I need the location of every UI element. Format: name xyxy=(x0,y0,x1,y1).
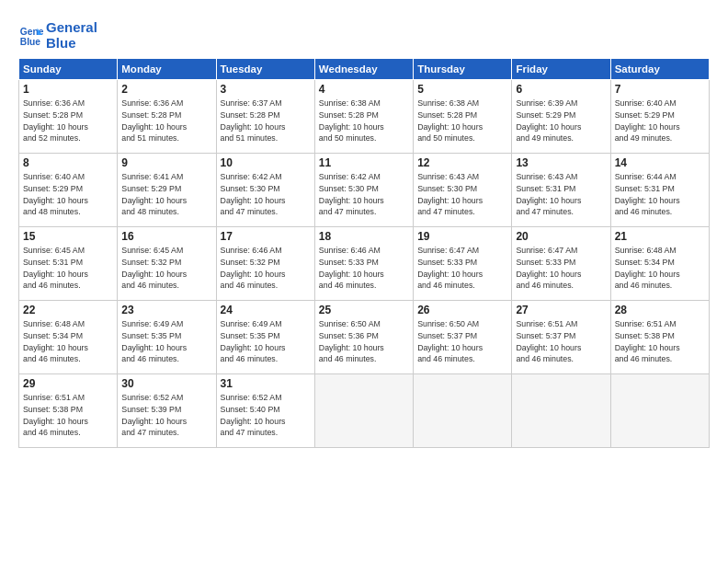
day-number: 7 xyxy=(615,83,705,96)
day-info: Sunrise: 6:43 AMSunset: 5:31 PMDaylight:… xyxy=(516,171,606,218)
calendar-cell: 9Sunrise: 6:41 AMSunset: 5:29 PMDaylight… xyxy=(118,154,216,227)
day-info: Sunrise: 6:42 AMSunset: 5:30 PMDaylight:… xyxy=(319,171,409,218)
calendar-cell: 10Sunrise: 6:42 AMSunset: 5:30 PMDayligh… xyxy=(216,154,314,227)
day-info: Sunrise: 6:40 AMSunset: 5:29 PMDaylight:… xyxy=(615,98,705,144)
calendar-cell: 17Sunrise: 6:46 AMSunset: 5:32 PMDayligh… xyxy=(216,227,314,301)
day-number: 3 xyxy=(221,83,311,96)
calendar-cell: 16Sunrise: 6:45 AMSunset: 5:32 PMDayligh… xyxy=(118,227,216,301)
calendar-cell: 4Sunrise: 6:38 AMSunset: 5:28 PMDaylight… xyxy=(314,80,413,154)
logo-text: General Blue xyxy=(46,20,97,51)
day-info: Sunrise: 6:51 AMSunset: 5:38 PMDaylight:… xyxy=(615,318,705,365)
day-info: Sunrise: 6:41 AMSunset: 5:29 PMDaylight:… xyxy=(121,171,211,218)
calendar-cell: 13Sunrise: 6:43 AMSunset: 5:31 PMDayligh… xyxy=(512,154,610,227)
svg-text:General: General xyxy=(20,27,44,37)
day-info: Sunrise: 6:51 AMSunset: 5:37 PMDaylight:… xyxy=(516,318,606,365)
calendar-cell: 21Sunrise: 6:48 AMSunset: 5:34 PMDayligh… xyxy=(610,227,709,301)
calendar-cell: 11Sunrise: 6:42 AMSunset: 5:30 PMDayligh… xyxy=(314,154,413,227)
calendar-cell xyxy=(414,374,512,448)
day-info: Sunrise: 6:38 AMSunset: 5:28 PMDaylight:… xyxy=(319,98,409,144)
day-info: Sunrise: 6:38 AMSunset: 5:28 PMDaylight:… xyxy=(417,98,507,144)
calendar-cell xyxy=(314,374,413,448)
day-number: 4 xyxy=(319,83,409,96)
calendar-cell: 28Sunrise: 6:51 AMSunset: 5:38 PMDayligh… xyxy=(610,301,709,374)
day-number: 17 xyxy=(221,230,311,243)
day-info: Sunrise: 6:39 AMSunset: 5:29 PMDaylight:… xyxy=(516,98,606,144)
weekday-header-row: Sunday Monday Tuesday Wednesday Thursday… xyxy=(19,59,710,80)
day-info: Sunrise: 6:40 AMSunset: 5:29 PMDaylight:… xyxy=(23,171,113,218)
day-number: 31 xyxy=(221,377,311,390)
calendar-cell: 29Sunrise: 6:51 AMSunset: 5:38 PMDayligh… xyxy=(19,374,118,448)
day-info: Sunrise: 6:43 AMSunset: 5:30 PMDaylight:… xyxy=(417,171,507,218)
calendar-week-row: 1Sunrise: 6:36 AMSunset: 5:28 PMDaylight… xyxy=(19,80,710,154)
calendar-cell: 12Sunrise: 6:43 AMSunset: 5:30 PMDayligh… xyxy=(414,154,512,227)
logo-icon: General Blue xyxy=(18,23,44,49)
day-number: 2 xyxy=(121,83,211,96)
day-number: 26 xyxy=(417,304,507,316)
header-tuesday: Tuesday xyxy=(216,59,314,80)
calendar-cell: 7Sunrise: 6:40 AMSunset: 5:29 PMDaylight… xyxy=(610,80,709,154)
day-info: Sunrise: 6:42 AMSunset: 5:30 PMDaylight:… xyxy=(221,171,311,218)
day-info: Sunrise: 6:36 AMSunset: 5:28 PMDaylight:… xyxy=(23,98,113,144)
day-info: Sunrise: 6:48 AMSunset: 5:34 PMDaylight:… xyxy=(23,318,113,365)
day-info: Sunrise: 6:48 AMSunset: 5:34 PMDaylight:… xyxy=(615,245,705,292)
day-number: 9 xyxy=(121,156,211,169)
day-info: Sunrise: 6:36 AMSunset: 5:28 PMDaylight:… xyxy=(121,98,211,144)
calendar-cell xyxy=(610,374,709,448)
calendar-table: Sunday Monday Tuesday Wednesday Thursday… xyxy=(18,58,710,448)
header-wednesday: Wednesday xyxy=(314,59,413,80)
day-number: 18 xyxy=(319,230,409,243)
header-friday: Friday xyxy=(512,59,610,80)
header-sunday: Sunday xyxy=(19,59,118,80)
day-number: 22 xyxy=(23,304,113,316)
svg-text:Blue: Blue xyxy=(20,37,41,47)
day-info: Sunrise: 6:51 AMSunset: 5:38 PMDaylight:… xyxy=(23,392,113,439)
calendar-cell: 20Sunrise: 6:47 AMSunset: 5:33 PMDayligh… xyxy=(512,227,610,301)
day-number: 28 xyxy=(615,304,705,316)
header-monday: Monday xyxy=(118,59,216,80)
calendar-cell: 15Sunrise: 6:45 AMSunset: 5:31 PMDayligh… xyxy=(19,227,118,301)
day-number: 20 xyxy=(516,230,606,243)
day-number: 12 xyxy=(417,156,507,169)
day-info: Sunrise: 6:46 AMSunset: 5:32 PMDaylight:… xyxy=(221,245,311,292)
day-info: Sunrise: 6:49 AMSunset: 5:35 PMDaylight:… xyxy=(121,318,211,365)
day-number: 1 xyxy=(23,83,113,96)
calendar-cell: 31Sunrise: 6:52 AMSunset: 5:40 PMDayligh… xyxy=(216,374,314,448)
day-info: Sunrise: 6:50 AMSunset: 5:36 PMDaylight:… xyxy=(319,318,409,365)
calendar-cell: 27Sunrise: 6:51 AMSunset: 5:37 PMDayligh… xyxy=(512,301,610,374)
calendar-cell: 26Sunrise: 6:50 AMSunset: 5:37 PMDayligh… xyxy=(414,301,512,374)
header-saturday: Saturday xyxy=(610,59,709,80)
calendar-cell: 8Sunrise: 6:40 AMSunset: 5:29 PMDaylight… xyxy=(19,154,118,227)
day-number: 19 xyxy=(417,230,507,243)
day-info: Sunrise: 6:50 AMSunset: 5:37 PMDaylight:… xyxy=(417,318,507,365)
day-info: Sunrise: 6:37 AMSunset: 5:28 PMDaylight:… xyxy=(221,98,311,144)
calendar-week-row: 8Sunrise: 6:40 AMSunset: 5:29 PMDaylight… xyxy=(19,154,710,227)
calendar-cell: 5Sunrise: 6:38 AMSunset: 5:28 PMDaylight… xyxy=(414,80,512,154)
header: General Blue General Blue xyxy=(18,17,710,51)
day-number: 30 xyxy=(121,377,211,390)
day-number: 27 xyxy=(516,304,606,316)
day-info: Sunrise: 6:49 AMSunset: 5:35 PMDaylight:… xyxy=(221,318,311,365)
calendar-cell: 3Sunrise: 6:37 AMSunset: 5:28 PMDaylight… xyxy=(216,80,314,154)
calendar-cell: 25Sunrise: 6:50 AMSunset: 5:36 PMDayligh… xyxy=(314,301,413,374)
day-info: Sunrise: 6:45 AMSunset: 5:31 PMDaylight:… xyxy=(23,245,113,292)
calendar-week-row: 22Sunrise: 6:48 AMSunset: 5:34 PMDayligh… xyxy=(19,301,710,374)
calendar-cell: 22Sunrise: 6:48 AMSunset: 5:34 PMDayligh… xyxy=(19,301,118,374)
day-number: 10 xyxy=(221,156,311,169)
day-number: 15 xyxy=(23,230,113,243)
calendar-cell: 14Sunrise: 6:44 AMSunset: 5:31 PMDayligh… xyxy=(610,154,709,227)
calendar-cell: 2Sunrise: 6:36 AMSunset: 5:28 PMDaylight… xyxy=(118,80,216,154)
logo: General Blue General Blue xyxy=(18,20,97,51)
calendar-cell: 19Sunrise: 6:47 AMSunset: 5:33 PMDayligh… xyxy=(414,227,512,301)
day-info: Sunrise: 6:44 AMSunset: 5:31 PMDaylight:… xyxy=(615,171,705,218)
day-info: Sunrise: 6:47 AMSunset: 5:33 PMDaylight:… xyxy=(516,245,606,292)
day-info: Sunrise: 6:45 AMSunset: 5:32 PMDaylight:… xyxy=(121,245,211,292)
day-info: Sunrise: 6:52 AMSunset: 5:40 PMDaylight:… xyxy=(221,392,311,439)
day-number: 25 xyxy=(319,304,409,316)
calendar-cell: 24Sunrise: 6:49 AMSunset: 5:35 PMDayligh… xyxy=(216,301,314,374)
header-thursday: Thursday xyxy=(414,59,512,80)
day-number: 24 xyxy=(221,304,311,316)
calendar-cell: 23Sunrise: 6:49 AMSunset: 5:35 PMDayligh… xyxy=(118,301,216,374)
day-number: 11 xyxy=(319,156,409,169)
day-number: 13 xyxy=(516,156,606,169)
day-number: 14 xyxy=(615,156,705,169)
